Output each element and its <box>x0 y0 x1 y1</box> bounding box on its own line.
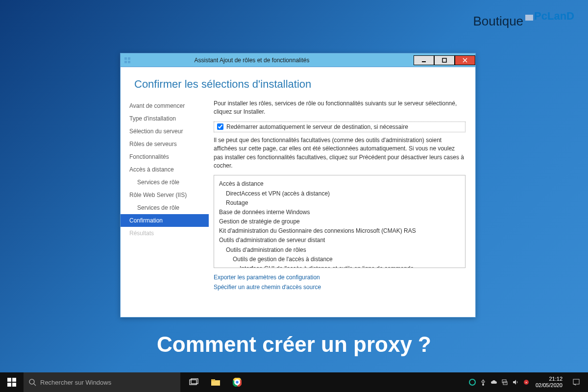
taskbar-clock[interactable]: 21:12 02/05/2020 <box>532 376 566 389</box>
svg-rect-3 <box>128 61 130 63</box>
svg-rect-2 <box>124 61 127 63</box>
volume-tray-icon[interactable] <box>510 372 521 392</box>
clock-time: 21:12 <box>536 376 563 382</box>
note-text: Il se peut que des fonctionnalités facul… <box>214 136 466 171</box>
taskbar: Rechercher sur Windows × 21:12 02/05/202… <box>0 372 588 392</box>
brand-flag-icon <box>525 15 533 21</box>
edge-tray-icon[interactable] <box>467 372 478 392</box>
sidebar-item-3[interactable]: Rôles de serveurs <box>121 138 209 150</box>
sidebar-item-5[interactable]: Accès à distance <box>121 163 209 176</box>
search-icon <box>28 378 36 386</box>
brand-watermark: Boutique PcLanD <box>473 14 573 29</box>
system-tray: × 21:12 02/05/2020 <box>467 372 588 392</box>
feature-item: Kit d'administration du Gestionnaire des… <box>219 226 460 236</box>
usb-tray-icon[interactable] <box>478 372 489 392</box>
feature-item: Outils de gestion de l'accès à distance <box>219 255 460 264</box>
svg-rect-0 <box>124 57 127 60</box>
task-view-button[interactable] <box>183 372 205 392</box>
window-controls <box>414 55 475 65</box>
feature-item: Outils d'administration de serveur dista… <box>219 236 460 245</box>
clock-date: 02/05/2020 <box>536 382 563 389</box>
auto-restart-input[interactable] <box>217 123 223 130</box>
svg-rect-11 <box>12 383 16 387</box>
notification-center-button[interactable] <box>566 372 586 392</box>
close-button[interactable] <box>455 55 475 65</box>
minimize-button[interactable] <box>414 55 434 65</box>
app-icon <box>123 56 131 64</box>
sidebar-item-1[interactable]: Type d'installation <box>121 112 209 125</box>
maximize-button[interactable] <box>434 55 455 65</box>
window-title: Assistant Ajout de rôles et de fonctionn… <box>134 57 369 64</box>
sidebar-item-10: Résultats <box>121 227 209 240</box>
wizard-window: Assistant Ajout de rôles et de fonctionn… <box>120 53 476 318</box>
chrome-icon[interactable] <box>226 372 248 392</box>
network-tray-icon[interactable] <box>499 372 510 392</box>
svg-rect-26 <box>503 382 507 385</box>
feature-item: DirectAccess et VPN (accès à distance) <box>219 189 460 198</box>
window-titlebar[interactable]: Assistant Ajout de rôles et de fonctionn… <box>121 53 475 67</box>
search-placeholder: Rechercher sur Windows <box>40 379 111 386</box>
auto-restart-checkbox[interactable]: Redémarrer automatiquement le serveur de… <box>214 122 466 132</box>
sidebar-item-4[interactable]: Fonctionnalités <box>121 150 209 163</box>
sidebar-item-6[interactable]: Services de rôle <box>121 176 209 189</box>
svg-rect-5 <box>442 58 446 62</box>
svg-line-13 <box>34 384 36 386</box>
svg-rect-10 <box>7 383 11 387</box>
wizard-content: Pour installer les rôles, services de rô… <box>209 99 475 312</box>
export-config-link[interactable]: Exporter les paramètres de configuration <box>214 273 466 282</box>
feature-item: Interface GUI de l'accès à distance et o… <box>219 264 460 268</box>
svg-text:×: × <box>525 380 528 385</box>
feature-item: Outils d'administration de rôles <box>219 245 460 255</box>
brand-main: Boutique <box>473 14 523 29</box>
svg-rect-17 <box>211 379 215 381</box>
page-title: Confirmer les sélections d'installation <box>121 67 475 99</box>
svg-point-23 <box>469 379 475 385</box>
svg-point-22 <box>236 381 239 384</box>
start-button[interactable] <box>0 372 24 392</box>
intro-text: Pour installer les rôles, services de rô… <box>214 99 466 117</box>
svg-rect-1 <box>128 57 130 60</box>
sidebar-item-2[interactable]: Sélection du serveur <box>121 125 209 138</box>
brand-sub: PcLanD <box>534 10 574 23</box>
file-explorer-icon[interactable] <box>205 372 226 392</box>
page-caption: Comment créer un proxy ? <box>0 332 588 357</box>
specify-source-link[interactable]: Spécifier un autre chemin d'accès source <box>214 283 466 292</box>
sidebar-item-0[interactable]: Avant de commencer <box>121 99 209 112</box>
svg-rect-29 <box>573 379 579 384</box>
svg-point-24 <box>482 384 484 386</box>
svg-rect-25 <box>502 380 506 383</box>
feature-item: Accès à distance <box>219 179 460 189</box>
feature-item: Gestion de stratégie de groupe <box>219 217 460 226</box>
svg-rect-8 <box>7 378 11 382</box>
feature-list[interactable]: Accès à distanceDirectAccess et VPN (acc… <box>214 175 466 268</box>
wizard-sidebar: Avant de commencerType d'installationSél… <box>121 99 209 312</box>
sidebar-item-8[interactable]: Services de rôle <box>121 201 209 214</box>
svg-rect-9 <box>12 378 16 382</box>
feature-item: Base de données interne Windows <box>219 208 460 217</box>
config-links: Exporter les paramètres de configuration… <box>214 273 466 292</box>
feature-item: Routage <box>219 198 460 208</box>
taskbar-search[interactable]: Rechercher sur Windows <box>24 372 180 392</box>
svg-point-12 <box>29 379 34 384</box>
auto-restart-label: Redémarrer automatiquement le serveur de… <box>226 123 408 130</box>
security-alert-icon[interactable]: × <box>521 372 532 392</box>
cloud-tray-icon[interactable] <box>489 372 499 392</box>
sidebar-item-7[interactable]: Rôle Web Server (IIS) <box>121 189 209 201</box>
sidebar-item-9[interactable]: Confirmation <box>121 214 209 227</box>
